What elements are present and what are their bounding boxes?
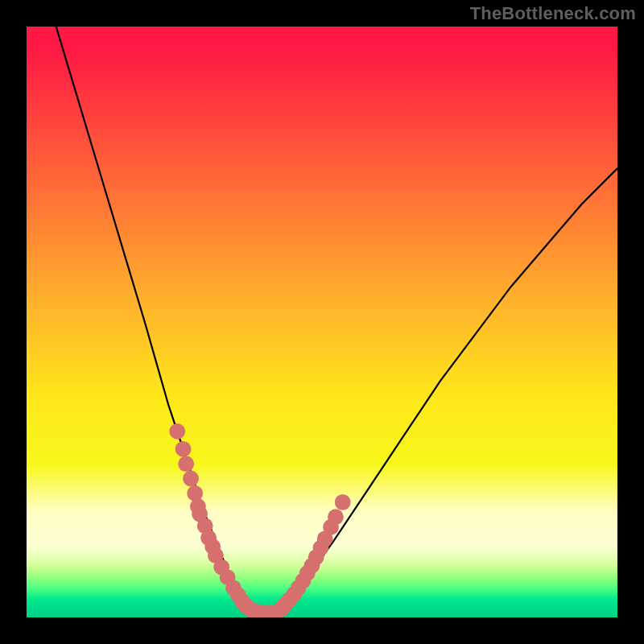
data-point [178, 456, 194, 472]
data-point [328, 509, 344, 525]
curve-layer [27, 27, 617, 617]
data-point [169, 423, 185, 440]
data-point [175, 441, 192, 457]
data-point [335, 494, 351, 510]
plot-area [27, 27, 617, 617]
scatter-dots [169, 423, 350, 617]
chart-frame: TheBottleneck.com [0, 0, 644, 644]
data-point [183, 471, 199, 487]
watermark-text: TheBottleneck.com [470, 3, 636, 24]
